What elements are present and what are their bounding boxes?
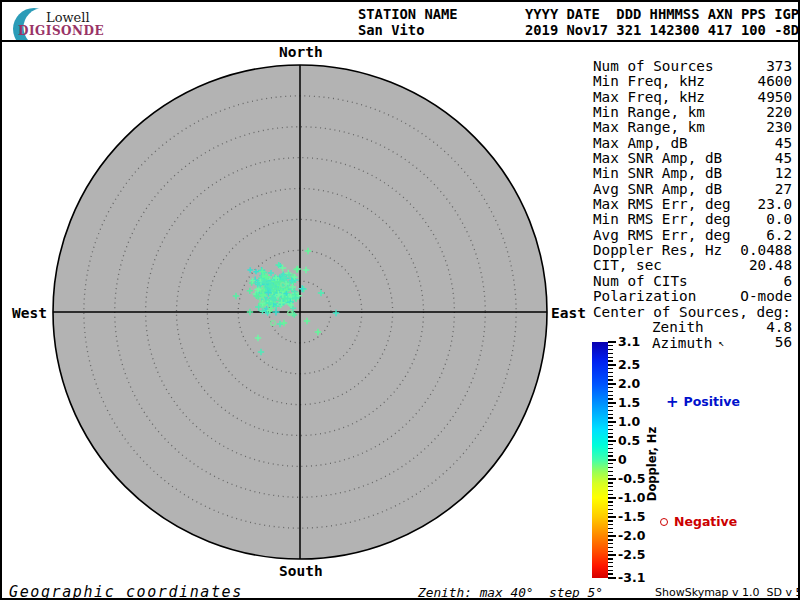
skymap-plot: [0, 0, 800, 600]
header-station-name-label: STATION NAME: [358, 6, 458, 22]
header-columns-value: 2019 Nov17 321 142300 417 100 -8D: [525, 22, 799, 38]
header-columns-label: YYYY DATE DDD HHMMSS AXN PPS IGP: [525, 6, 799, 22]
header-bar: Lowell DIGISONDE STATION NAME YYYY DATE …: [0, 0, 800, 42]
showskymap-window: Lowell DIGISONDE STATION NAME YYYY DATE …: [0, 0, 800, 600]
logo-lowell-text: Lowell: [46, 10, 90, 25]
logo-digisonde-text: DIGISONDE: [18, 24, 104, 38]
header-station-name-value: San Vito: [358, 22, 424, 38]
